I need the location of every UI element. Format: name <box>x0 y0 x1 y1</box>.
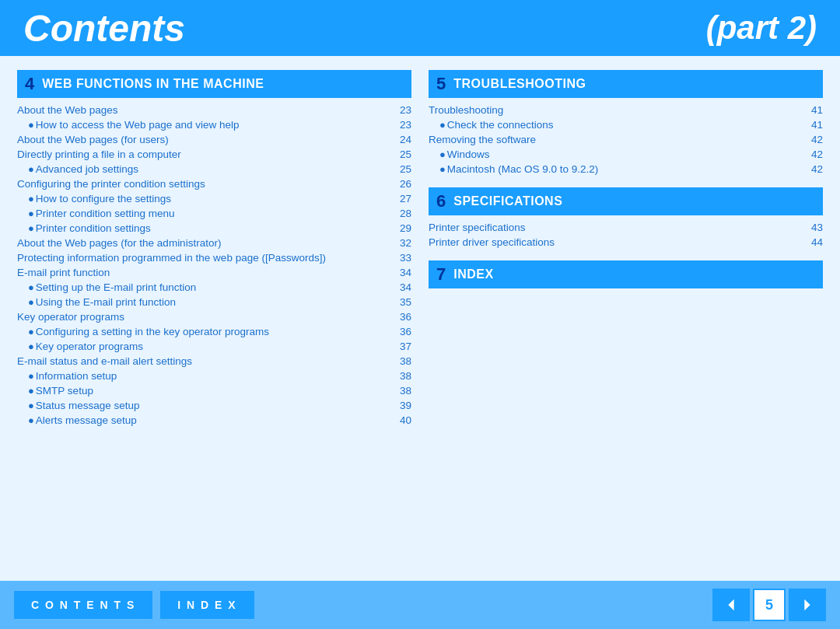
toc-label: ●Printer condition settings <box>28 222 390 234</box>
section-7-number: 7 <box>436 264 446 285</box>
toc-row: ●Setting up the E-mail print function34 <box>17 280 411 295</box>
bullet-icon: ● <box>28 370 34 382</box>
toc-page: 23 <box>390 104 411 116</box>
bullet-icon: ● <box>439 163 446 175</box>
bullet-icon: ● <box>28 193 34 204</box>
toc-label: E-mail print function <box>17 267 390 278</box>
left-toc: About the Web pages23●How to access the … <box>17 103 411 428</box>
toc-page: 34 <box>390 267 411 278</box>
contents-button[interactable]: C O N T E N T S <box>14 591 152 619</box>
toc-row: ●Check the connections41 <box>429 117 823 132</box>
toc-row: ●SMTP setup38 <box>17 383 411 398</box>
section-5-header: 5TROUBLESHOOTING <box>429 70 823 98</box>
footer: C O N T E N T S I N D E X 5 <box>0 581 840 629</box>
part-label: (part 2) <box>706 9 817 47</box>
footer-nav: 5 <box>712 589 826 621</box>
page-title: Contents <box>23 7 185 50</box>
toc-page: 44 <box>801 236 823 248</box>
toc-row: Key operator programs36 <box>17 309 411 324</box>
svg-marker-0 <box>728 599 733 611</box>
toc-row: ●How to access the Web page and view hel… <box>17 117 411 132</box>
toc-label: ●Advanced job settings <box>28 163 390 175</box>
toc-row: ●Printer condition settings29 <box>17 221 411 236</box>
toc-row: E-mail print function34 <box>17 265 411 280</box>
toc-label: ●Printer condition setting menu <box>28 208 390 219</box>
toc-row: Printer specifications43 <box>429 220 823 235</box>
toc-row: ●Alerts message setup40 <box>17 413 411 428</box>
toc-label: Printer specifications <box>429 222 801 233</box>
bullet-icon: ● <box>28 281 34 293</box>
toc-page: 37 <box>390 341 411 352</box>
page-number: 5 <box>753 589 786 621</box>
section-5-title: TROUBLESHOOTING <box>453 77 586 91</box>
toc-page: 42 <box>801 163 823 175</box>
index-button[interactable]: I N D E X <box>160 591 254 619</box>
left-column: 4 WEB FUNCTIONS IN THE MACHINE About the… <box>17 70 411 567</box>
toc-page: 35 <box>390 296 411 308</box>
bullet-icon: ● <box>28 222 34 234</box>
toc-row: Protecting information programmed in the… <box>17 250 411 265</box>
toc-row: Configuring the printer condition settin… <box>17 176 411 191</box>
toc-page: 36 <box>390 311 411 323</box>
toc-row: ●How to configure the settings27 <box>17 191 411 206</box>
right-column: 5TROUBLESHOOTINGTroubleshooting41●Check … <box>429 70 823 567</box>
section-6-title: SPECIFICATIONS <box>453 194 562 208</box>
toc-label: About the Web pages (for users) <box>17 134 390 145</box>
toc-label: ●Alerts message setup <box>28 414 390 426</box>
toc-page: 38 <box>390 385 411 397</box>
right-sections: 5TROUBLESHOOTINGTroubleshooting41●Check … <box>429 70 823 288</box>
toc-page: 42 <box>801 149 823 160</box>
toc-label: ●Macintosh (Mac OS 9.0 to 9.2.2) <box>439 163 801 175</box>
section-7-title: INDEX <box>453 267 493 281</box>
toc-label: ●Status message setup <box>28 400 390 411</box>
toc-page: 29 <box>390 222 411 234</box>
bullet-icon: ● <box>28 326 34 337</box>
section-6-header: 6SPECIFICATIONS <box>429 187 823 215</box>
bullet-icon: ● <box>28 296 34 308</box>
toc-page: 42 <box>801 134 823 145</box>
toc-page: 26 <box>390 178 411 190</box>
toc-label: ●Check the connections <box>439 119 801 131</box>
toc-label: ●Using the E-mail print function <box>28 296 390 308</box>
toc-label: Protecting information programmed in the… <box>17 252 390 264</box>
toc-label: ●SMTP setup <box>28 385 390 397</box>
toc-row: ●Macintosh (Mac OS 9.0 to 9.2.2)42 <box>429 162 823 176</box>
bullet-icon: ● <box>439 119 446 131</box>
toc-row: About the Web pages (for users)24 <box>17 132 411 147</box>
toc-label: About the Web pages (for the administrat… <box>17 237 390 249</box>
prev-page-button[interactable] <box>712 589 750 621</box>
svg-marker-1 <box>804 599 810 611</box>
toc-label: ●How to access the Web page and view hel… <box>28 119 390 131</box>
toc-label: About the Web pages <box>17 104 390 116</box>
bullet-icon: ● <box>28 385 34 397</box>
next-icon <box>799 596 816 613</box>
toc-row: Printer driver specifications44 <box>429 235 823 250</box>
toc-row: Removing the software42 <box>429 132 823 147</box>
bullet-icon: ● <box>28 414 34 426</box>
toc-row: ●Printer condition setting menu28 <box>17 206 411 221</box>
bullet-icon: ● <box>28 341 34 352</box>
header: Contents (part 2) <box>0 0 840 56</box>
toc-row: Troubleshooting41 <box>429 103 823 117</box>
toc-label: Printer driver specifications <box>429 236 801 248</box>
toc-page: 25 <box>390 163 411 175</box>
toc-page: 36 <box>390 326 411 337</box>
toc-row: ●Status message setup39 <box>17 398 411 413</box>
main-content: 4 WEB FUNCTIONS IN THE MACHINE About the… <box>0 56 840 581</box>
toc-page: 23 <box>390 119 411 131</box>
toc-section-6: Printer specifications43Printer driver s… <box>429 220 823 250</box>
toc-label: ●Information setup <box>28 370 390 382</box>
toc-row: ●Key operator programs37 <box>17 339 411 354</box>
toc-row: ●Information setup38 <box>17 369 411 383</box>
section-4-header: 4 WEB FUNCTIONS IN THE MACHINE <box>17 70 411 98</box>
toc-row: ●Using the E-mail print function35 <box>17 295 411 309</box>
toc-label: ●Setting up the E-mail print function <box>28 281 390 293</box>
toc-row: ●Windows42 <box>429 147 823 162</box>
next-page-button[interactable] <box>789 589 826 621</box>
toc-page: 32 <box>390 237 411 249</box>
section-7-header: 7INDEX <box>429 260 823 288</box>
toc-label: Removing the software <box>429 134 801 145</box>
toc-row: About the Web pages23 <box>17 103 411 117</box>
toc-page: 27 <box>390 193 411 204</box>
toc-row: ●Configuring a setting in the key operat… <box>17 324 411 339</box>
